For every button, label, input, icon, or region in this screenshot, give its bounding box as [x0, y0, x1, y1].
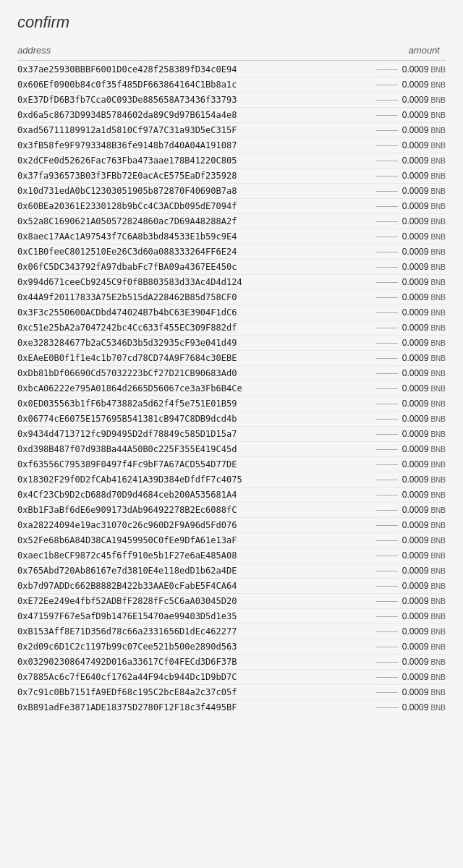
- separator-line: [376, 267, 398, 268]
- amount-value: 0.0009: [402, 642, 429, 652]
- address-cell: 0x0ED035563b1fF6b473882a5d62f4f5e751E01B…: [17, 399, 321, 409]
- separator-line: [376, 510, 398, 511]
- amount-cell: 0.0009BNB: [359, 186, 446, 196]
- amount-value: 0.0009: [402, 490, 429, 500]
- amount-cell: 0.0009BNB: [359, 110, 446, 120]
- table-row: 0xaec1b8eCF9872c45f6ff910e5b1F27e6aE485A…: [17, 548, 446, 563]
- table-row: 0x0ED035563b1fF6b473882a5d62f4f5e751E01B…: [17, 396, 446, 412]
- separator-line: [376, 115, 398, 116]
- address-cell: 0xaec1b8eCF9872c45f6ff910e5b1F27e6aE485A…: [17, 550, 321, 561]
- amount-unit: BNB: [430, 96, 446, 104]
- table-row: 0xc51e25bA2a7047242bc4Cc633f455EC309F882…: [17, 320, 446, 336]
- amount-cell: 0.0009BNB: [359, 307, 446, 318]
- amount-value: 0.0009: [402, 140, 429, 150]
- amount-unit: BNB: [430, 400, 446, 408]
- amount-cell: 0.0009BNB: [359, 156, 446, 166]
- rows-container: 0x37ae25930BBBF6001D0ce428f258389fD34c0E…: [17, 62, 446, 715]
- separator-line: [376, 191, 398, 192]
- amount-cell: 0.0009BNB: [359, 262, 446, 272]
- amount-unit: BNB: [430, 658, 446, 666]
- amount-unit: BNB: [430, 673, 446, 681]
- amount-value: 0.0009: [402, 399, 429, 409]
- amount-value: 0.0009: [402, 338, 429, 348]
- table-row: 0x52Fe68b6A84D38CA19459950C0fEe9DfA61e13…: [17, 533, 446, 548]
- table-row: 0x471597F67e5afD9b1476E15470ae99403D5d1e…: [17, 609, 446, 624]
- separator-line: [376, 388, 398, 389]
- amount-value: 0.0009: [402, 95, 429, 105]
- table-row: 0xB153Aff8E71D356d78c66a2331656D1dEc4622…: [17, 624, 446, 639]
- separator-line: [376, 69, 398, 70]
- page-container: confirm address amount 0x37ae25930BBBF60…: [0, 0, 463, 732]
- amount-value: 0.0009: [402, 156, 429, 166]
- separator-line: [376, 145, 398, 146]
- amount-unit: BNB: [430, 567, 446, 575]
- amount-value: 0.0009: [402, 429, 429, 439]
- address-cell: 0x994d671ceeCb9245C9f0f8B803583d33Ac4D4d…: [17, 277, 321, 287]
- address-cell: 0xb7d97ADDc662B8882B422b33AAE0cFabE5F4CA…: [17, 581, 321, 591]
- table-row: 0x06fC5DC343792fA97dbabFc7fBA09a4367EE45…: [17, 260, 446, 275]
- separator-line: [376, 206, 398, 207]
- amount-value: 0.0009: [402, 323, 429, 333]
- separator-line: [376, 297, 398, 298]
- amount-value: 0.0009: [402, 368, 429, 378]
- table-row: 0x18302F29f0D2fCAb416241A39D384eDfdfF7c4…: [17, 472, 446, 488]
- table-row: 0x606Ef0900b84c0f35f485DF663864164C1Bb8a…: [17, 77, 446, 93]
- separator-line: [376, 100, 398, 101]
- amount-cell: 0.0009BNB: [359, 505, 446, 515]
- address-cell: 0xa28224094e19ac31070c26c960D2F9A96d5Fd0…: [17, 520, 321, 530]
- amount-cell: 0.0009BNB: [359, 535, 446, 545]
- table-row: 0x2d09c6D1C2c1197b99c07Cee521b500e2890d5…: [17, 639, 446, 655]
- amount-cell: 0.0009BNB: [359, 247, 446, 257]
- table-row: 0x7c91c0Bb7151fA9EDf68c195C2bcE84a2c37c0…: [17, 685, 446, 700]
- amount-cell: 0.0009BNB: [359, 657, 446, 667]
- amount-value: 0.0009: [402, 125, 429, 135]
- separator-line: [376, 373, 398, 374]
- amount-value: 0.0009: [402, 414, 429, 424]
- amount-cell: 0.0009BNB: [359, 353, 446, 363]
- amount-unit: BNB: [430, 476, 446, 484]
- amount-value: 0.0009: [402, 216, 429, 226]
- amount-value: 0.0009: [402, 171, 429, 181]
- table-row: 0x10d731edA0bC12303051905b872870F40690B7…: [17, 184, 446, 199]
- separator-line: [376, 343, 398, 344]
- amount-unit: BNB: [430, 597, 446, 605]
- amount-cell: 0.0009BNB: [359, 702, 446, 712]
- amount-unit: BNB: [430, 127, 446, 135]
- amount-cell: 0.0009BNB: [359, 95, 446, 105]
- table-row: 0xC1B0feeC8012510Ee26C3d60a088333264FF6E…: [17, 244, 446, 260]
- amount-cell: 0.0009BNB: [359, 292, 446, 302]
- amount-unit: BNB: [430, 294, 446, 302]
- amount-cell: 0.0009BNB: [359, 566, 446, 576]
- address-cell: 0xad56711189912a1d5810Cf97A7C31a93D5eC31…: [17, 125, 321, 135]
- separator-line: [376, 707, 398, 708]
- address-cell: 0xd398B487f07d938Ba44A50B0c225F355E419C4…: [17, 444, 321, 454]
- table-row: 0x06774cE6075E157695B541381cB947C8DB9dcd…: [17, 412, 446, 427]
- amount-value: 0.0009: [402, 307, 429, 318]
- amount-unit: BNB: [430, 339, 446, 347]
- address-cell: 0x4Cf23Cb9D2cD688d70D9d4684ceb200A535681…: [17, 490, 321, 500]
- table-row: 0x765Abd720Ab86167e7d3810E4e118edD1b62a4…: [17, 563, 446, 579]
- table-row: 0x9434d4713712fc9D9495D2df78849c585D1D15…: [17, 427, 446, 442]
- amount-value: 0.0009: [402, 292, 429, 302]
- amount-cell: 0.0009BNB: [359, 125, 446, 135]
- table-row: 0x37ae25930BBBF6001D0ce428f258389fD34c0E…: [17, 62, 446, 77]
- separator-line: [376, 495, 398, 495]
- amount-unit: BNB: [430, 248, 446, 256]
- separator-line: [376, 540, 398, 541]
- table-row: 0xd6a5c8673D9934B5784602da89C9d97B6154a4…: [17, 108, 446, 123]
- address-cell: 0xbcA06222e795A01864d2665D56067ce3a3Fb6B…: [17, 383, 321, 393]
- amount-unit: BNB: [430, 415, 446, 423]
- amount-unit: BNB: [430, 461, 446, 469]
- separator-line: [376, 434, 398, 435]
- separator-line: [376, 586, 398, 587]
- table-row: 0x032902308647492D016a33617Cf04FECd3D6F3…: [17, 655, 446, 670]
- amount-unit: BNB: [430, 582, 446, 590]
- table-row: 0xf63556C795389F0497f4Fc9bF7A67ACD554D77…: [17, 457, 446, 472]
- amount-value: 0.0009: [402, 353, 429, 363]
- amount-unit: BNB: [430, 309, 446, 317]
- table-header: address amount: [17, 42, 446, 61]
- amount-cell: 0.0009BNB: [359, 383, 446, 393]
- amount-cell: 0.0009BNB: [359, 201, 446, 211]
- amount-unit: BNB: [430, 552, 446, 560]
- separator-line: [376, 282, 398, 283]
